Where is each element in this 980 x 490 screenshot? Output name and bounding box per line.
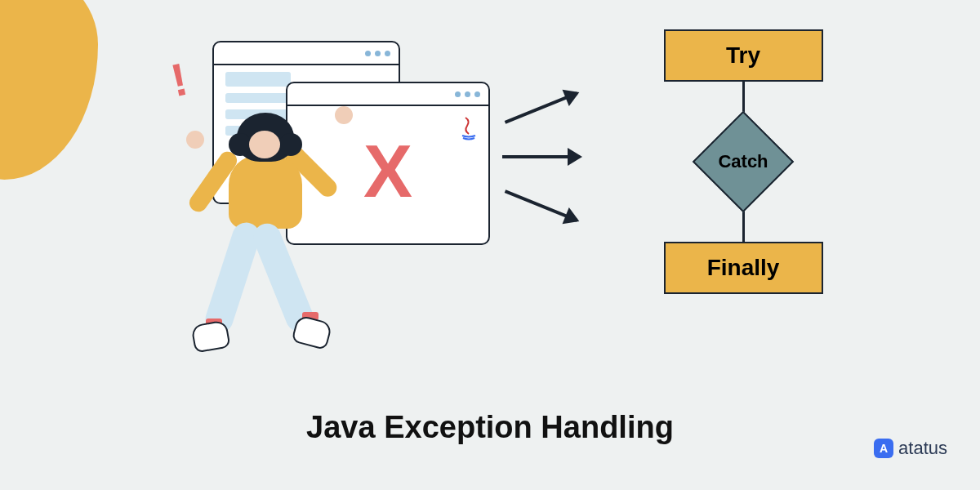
java-logo-icon bbox=[459, 116, 479, 146]
window-dot-icon bbox=[474, 91, 480, 97]
placeholder-line bbox=[225, 72, 291, 87]
flowchart-connector bbox=[742, 211, 745, 242]
brand-name: atatus bbox=[898, 438, 947, 459]
person-torso bbox=[229, 155, 302, 229]
flowchart-try-box: Try bbox=[664, 29, 823, 82]
window-dot-icon bbox=[465, 91, 470, 97]
person-shoe bbox=[291, 314, 332, 350]
person-face bbox=[249, 131, 280, 158]
person-hand bbox=[335, 106, 353, 124]
person-hand bbox=[186, 131, 204, 149]
flowchart-finally-box: Finally bbox=[664, 242, 823, 294]
arrow-icon bbox=[502, 155, 580, 158]
flowchart: Try Catch Finally bbox=[645, 29, 841, 294]
person-error-illustration: ! X bbox=[147, 33, 490, 343]
brand-icon: A bbox=[874, 439, 893, 458]
person-figure bbox=[172, 98, 351, 351]
window-dot-icon bbox=[365, 51, 371, 56]
page-title: Java Exception Handling bbox=[0, 410, 980, 445]
flowchart-catch-diamond: Catch bbox=[694, 113, 792, 211]
arrow-icon bbox=[505, 189, 578, 221]
window-dot-icon bbox=[375, 51, 381, 56]
person-shoe bbox=[190, 319, 230, 353]
window-titlebar bbox=[214, 42, 399, 65]
window-dot-icon bbox=[455, 91, 461, 97]
arrow-icon bbox=[505, 91, 578, 123]
window-dot-icon bbox=[385, 51, 390, 56]
brand-logo: A atatus bbox=[874, 438, 947, 459]
flowchart-catch-label: Catch bbox=[718, 151, 768, 172]
flowchart-connector bbox=[742, 82, 745, 113]
decorative-blob bbox=[0, 0, 98, 180]
error-x-icon: X bbox=[363, 129, 412, 213]
